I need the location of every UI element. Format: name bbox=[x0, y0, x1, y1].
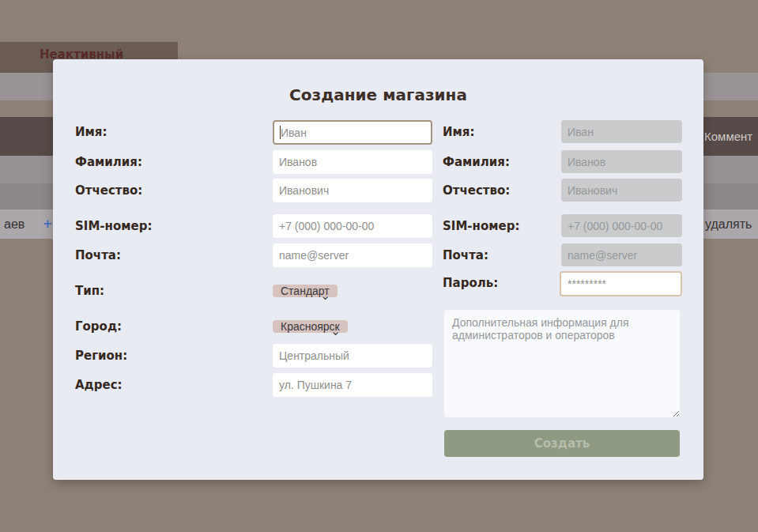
account-sim-input bbox=[561, 214, 682, 237]
form-row-account-name: Имя: bbox=[53, 120, 703, 145]
password-label: Пароль: bbox=[443, 271, 498, 296]
account-sim-label: SIM-номер: bbox=[443, 214, 519, 239]
city-select[interactable]: Красноярск ⌄ bbox=[273, 320, 348, 333]
address-label: Адрес: bbox=[75, 373, 123, 398]
form-row-password: Пароль: bbox=[53, 271, 703, 296]
account-name-label: Имя: bbox=[443, 120, 474, 145]
city-label: Город: bbox=[75, 315, 122, 339]
create-button[interactable]: Создать bbox=[444, 430, 680, 457]
comment-textarea[interactable] bbox=[444, 310, 680, 417]
modal-title: Создание магазина bbox=[53, 85, 703, 104]
account-surname-input bbox=[561, 150, 682, 173]
account-name-input bbox=[561, 120, 682, 143]
form-row-account-email: Почта: bbox=[53, 243, 703, 269]
plus-icon[interactable]: + bbox=[43, 209, 52, 239]
table-header-comment: Коммент bbox=[704, 117, 752, 156]
form-row-account-sim: SIM-номер: bbox=[53, 214, 703, 240]
account-email-label: Почта: bbox=[443, 243, 488, 268]
form-row-account-patronymic: Отчество: bbox=[53, 179, 703, 204]
form-row-account-surname: Фамилия: bbox=[53, 150, 703, 175]
table-cell-name: аев bbox=[4, 209, 25, 239]
account-surname-label: Фамилия: bbox=[443, 150, 510, 175]
address-input[interactable] bbox=[273, 373, 432, 397]
chevron-down-icon: ⌄ bbox=[330, 320, 341, 343]
table-cell-delete[interactable]: удалять bbox=[705, 209, 752, 239]
application-window: Неактивный Коммент аев + удалять Создани… bbox=[0, 0, 758, 532]
account-patronymic-label: Отчество: bbox=[443, 179, 510, 203]
create-store-modal: Создание магазина Имя: Фамилия: Отчество… bbox=[53, 59, 703, 480]
region-input[interactable] bbox=[273, 344, 432, 368]
region-label: Регион: bbox=[75, 344, 127, 368]
password-input[interactable] bbox=[560, 271, 682, 296]
account-email-input bbox=[561, 243, 682, 266]
account-patronymic-input bbox=[561, 179, 682, 202]
